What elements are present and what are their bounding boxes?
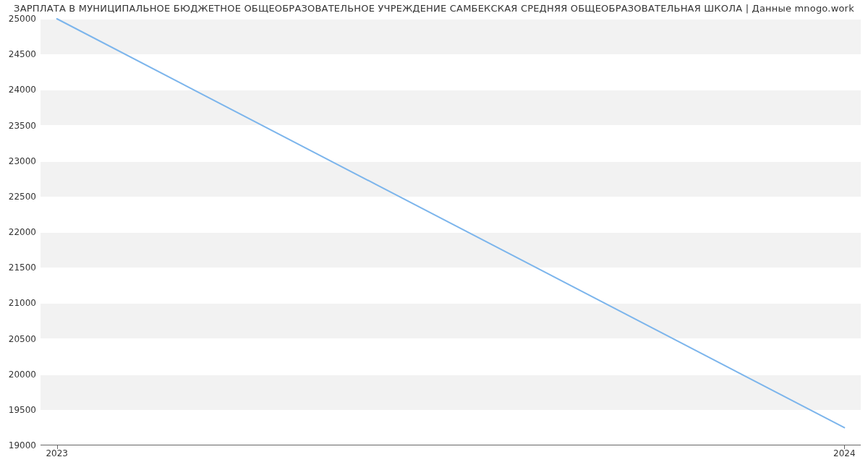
y-tick-label: 19000: [3, 440, 36, 450]
y-tick-label: 19500: [3, 405, 36, 415]
y-tick-label: 22000: [3, 227, 36, 237]
x-tick-mark: [57, 445, 58, 449]
chart-line-layer: [41, 19, 861, 445]
y-gridline: [41, 445, 861, 446]
y-tick-label: 25000: [3, 14, 36, 24]
y-tick-label: 20500: [3, 334, 36, 344]
chart-container: ЗАРПЛАТА В МУНИЦИПАЛЬНОЕ БЮДЖЕТНОЕ ОБЩЕО…: [0, 0, 868, 470]
x-tick-label: 2024: [833, 448, 856, 458]
y-tick-label: 22500: [3, 192, 36, 202]
y-tick-label: 24000: [3, 85, 36, 95]
chart-title: ЗАРПЛАТА В МУНИЦИПАЛЬНОЕ БЮДЖЕТНОЕ ОБЩЕО…: [0, 3, 868, 14]
x-tick-label: 2023: [46, 448, 68, 458]
y-tick-label: 21000: [3, 298, 36, 308]
y-tick-label: 21500: [3, 262, 36, 273]
y-tick-label: 23500: [3, 121, 36, 131]
y-tick-label: 23000: [3, 156, 36, 166]
y-tick-label: 24500: [3, 49, 36, 59]
x-tick-mark: [844, 445, 845, 449]
y-tick-label: 20000: [3, 369, 36, 380]
series-line: [57, 19, 845, 427]
